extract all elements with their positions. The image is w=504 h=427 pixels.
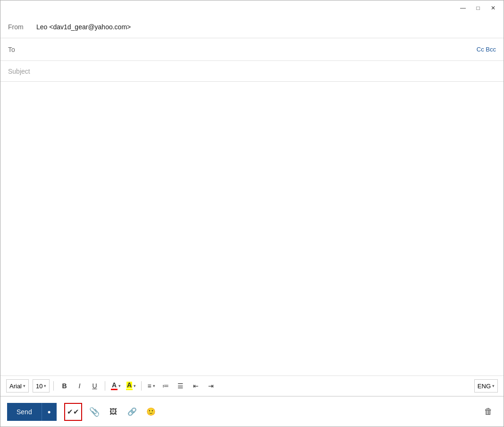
window-controls: — □ ✕ (456, 3, 500, 13)
email-compose-window: — □ ✕ From Leo <dav1d_gear@yahoo.com> To… (0, 0, 504, 427)
spell-check-button[interactable]: ✔✔ (64, 403, 82, 421)
send-options-icon: ● (48, 409, 51, 415)
body-area (0, 82, 504, 376)
action-icons: 📎 🖼 🔗 🙂 (86, 403, 160, 420)
action-bar: Send ● ✔✔ 📎 🖼 🔗 🙂 🗑 (0, 396, 504, 427)
font-bg-arrow: ▾ (134, 384, 136, 388)
language-arrow: ▾ (492, 384, 495, 388)
from-row: From Leo <dav1d_gear@yahoo.com> (0, 16, 504, 38)
spell-check-icon: ✔✔ (67, 408, 79, 416)
body-input[interactable] (8, 85, 496, 372)
to-label: To (8, 46, 36, 53)
send-button[interactable]: Send (7, 403, 42, 421)
link-icon: 🔗 (127, 407, 137, 416)
image-icon: 🖼 (109, 408, 117, 416)
emoji-icon: 🙂 (146, 407, 156, 416)
separator-2 (105, 381, 105, 391)
minimize-button[interactable]: — (456, 3, 470, 13)
from-value: Leo <dav1d_gear@yahoo.com> (36, 23, 131, 31)
to-input[interactable] (36, 46, 477, 53)
delete-icon: 🗑 (484, 407, 493, 417)
unordered-list-icon: ☰ (177, 382, 184, 390)
close-button[interactable]: ✕ (487, 3, 500, 13)
separator-3 (141, 381, 142, 391)
to-row: To Cc Bcc (0, 38, 504, 61)
title-bar: — □ ✕ (0, 0, 504, 16)
italic-button[interactable]: I (73, 379, 86, 393)
separator-1 (53, 381, 54, 391)
align-button[interactable]: ≡ ▾ (145, 379, 157, 393)
font-bg-color-button[interactable]: A ▾ (124, 379, 137, 393)
cc-bcc-button[interactable]: Cc Bcc (477, 46, 496, 53)
formatting-toolbar: Arial ▾ 10 ▾ B I U A ▾ A (0, 376, 504, 396)
maximize-button[interactable]: □ (471, 3, 485, 13)
send-options-button[interactable]: ● (42, 403, 57, 421)
font-color-arrow: ▾ (118, 384, 121, 388)
link-button[interactable]: 🔗 (124, 403, 141, 420)
ordered-list-icon: ≔ (162, 382, 169, 390)
emoji-button[interactable]: 🙂 (143, 403, 160, 420)
increase-indent-button[interactable]: ⇥ (204, 379, 218, 393)
bold-button[interactable]: B (58, 379, 71, 393)
font-size-dropdown[interactable]: 10 ▾ (33, 379, 50, 393)
font-name-arrow: ▾ (23, 384, 25, 388)
subject-row (0, 61, 504, 82)
font-color-icon: A (111, 382, 118, 390)
image-button[interactable]: 🖼 (105, 403, 122, 420)
font-size-arrow: ▾ (44, 384, 46, 388)
underline-button[interactable]: U (88, 379, 101, 393)
unordered-list-button[interactable]: ☰ (174, 379, 187, 393)
font-bg-icon: A (126, 382, 133, 390)
delete-button[interactable]: 🗑 (480, 403, 497, 420)
send-group: Send ● (7, 403, 57, 421)
align-icon: ≡ (147, 382, 151, 390)
language-label: ENG (478, 383, 491, 390)
attachment-icon: 📎 (89, 407, 100, 417)
language-dropdown[interactable]: ENG ▾ (474, 379, 498, 393)
ordered-list-button[interactable]: ≔ (159, 379, 172, 393)
subject-input[interactable] (8, 68, 496, 75)
attachment-button[interactable]: 📎 (86, 403, 103, 420)
font-name-dropdown[interactable]: Arial ▾ (6, 379, 29, 393)
decrease-indent-button[interactable]: ⇤ (189, 379, 202, 393)
from-label: From (8, 23, 36, 31)
align-arrow: ▾ (153, 384, 155, 388)
increase-indent-icon: ⇥ (208, 382, 214, 390)
font-name-label: Arial (9, 383, 22, 390)
font-size-label: 10 (36, 383, 42, 390)
decrease-indent-icon: ⇤ (193, 382, 199, 390)
font-color-button[interactable]: A ▾ (109, 379, 122, 393)
